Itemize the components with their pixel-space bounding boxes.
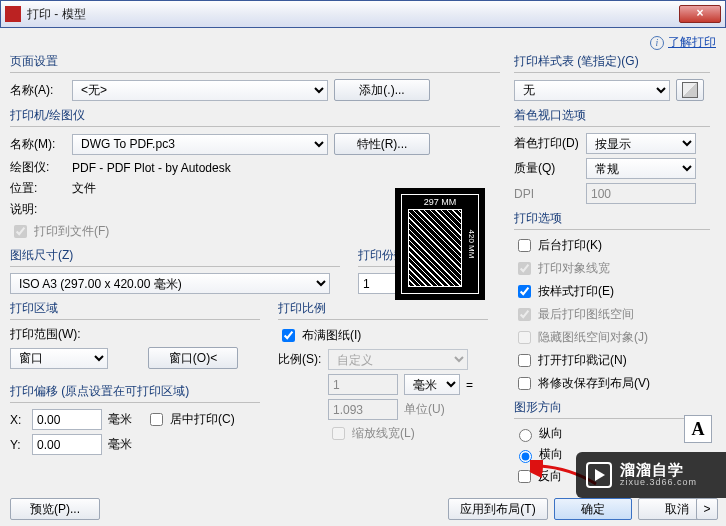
center-print-input[interactable]	[150, 413, 163, 426]
offset-y-unit: 毫米	[108, 436, 132, 453]
scale-equals: =	[466, 378, 473, 392]
window-title: 打印 - 模型	[27, 6, 679, 23]
desc-label: 说明:	[10, 201, 66, 218]
page-setup-name-label: 名称(A):	[10, 82, 66, 99]
paper-size-select[interactable]: ISO A3 (297.00 x 420.00 毫米)	[10, 273, 330, 294]
print-area-title: 打印区域	[10, 300, 260, 320]
ok-button[interactable]: 确定	[554, 498, 632, 520]
offset-x-label: X:	[10, 413, 26, 427]
quality-label: 质量(Q)	[514, 160, 580, 177]
expand-button[interactable]: >	[696, 498, 718, 520]
style-table-select[interactable]: 无	[514, 80, 670, 101]
scale-ratio-label: 比例(S):	[278, 351, 322, 368]
print-options-title: 打印选项	[514, 210, 710, 230]
scale-unit-select[interactable]: 毫米	[404, 374, 460, 395]
learn-print-link[interactable]: 了解打印	[668, 34, 716, 51]
center-print-checkbox[interactable]: 居中打印(C)	[146, 410, 235, 429]
save-layout-checkbox[interactable]: 将修改保存到布局(V)	[514, 374, 650, 393]
paper-size-title: 图纸尺寸(Z)	[10, 247, 340, 267]
page-setup-title: 页面设置	[10, 53, 500, 73]
printer-properties-button[interactable]: 特性(R)...	[334, 133, 430, 155]
scale-lineweight-checkbox: 缩放线宽(L)	[328, 424, 415, 443]
where-label: 位置:	[10, 180, 66, 197]
add-page-setup-button[interactable]: 添加(.)...	[334, 79, 430, 101]
object-lineweight-checkbox: 打印对象线宽	[514, 259, 610, 278]
reverse-checkbox[interactable]: 反向	[514, 467, 562, 486]
landscape-radio[interactable]: 横向	[514, 446, 563, 463]
scale-title: 打印比例	[278, 300, 488, 320]
offset-x-unit: 毫米	[108, 411, 132, 428]
print-to-file-checkbox: 打印到文件(F)	[10, 222, 109, 241]
plotter-label: 绘图仪:	[10, 159, 66, 176]
offset-y-input[interactable]	[32, 434, 102, 455]
close-button[interactable]: ×	[679, 5, 721, 23]
portrait-radio[interactable]: 纵向	[514, 425, 563, 442]
scale-ratio-select: 自定义	[328, 349, 468, 370]
print-to-file-input	[14, 225, 27, 238]
fit-to-paper-input[interactable]	[282, 329, 295, 342]
scale-unit-label: 单位(U)	[404, 401, 445, 418]
background-print-checkbox[interactable]: 后台打印(K)	[514, 236, 602, 255]
quality-select[interactable]: 常规	[586, 158, 696, 179]
printer-name-label: 名称(M):	[10, 136, 66, 153]
preview-hatch	[408, 209, 462, 287]
preview-button[interactable]: 预览(P)...	[10, 498, 100, 520]
page-setup-name-select[interactable]: <无>	[72, 80, 328, 101]
dpi-label: DPI	[514, 187, 580, 201]
scale-den-input	[328, 399, 398, 420]
pencil-icon	[682, 80, 698, 100]
paper-preview: 297 MM 420 MM	[395, 188, 485, 300]
printer-title: 打印机/绘图仪	[10, 107, 500, 127]
style-table-edit-button[interactable]	[676, 79, 704, 101]
plotter-value: PDF - PDF Plot - by Autodesk	[72, 161, 231, 175]
titlebar: 打印 - 模型 ×	[0, 0, 726, 28]
preview-height-label: 420 MM	[467, 230, 476, 259]
scale-lineweight-input	[332, 427, 345, 440]
scale-num-input	[328, 374, 398, 395]
where-value: 文件	[72, 180, 96, 197]
offset-x-input[interactable]	[32, 409, 102, 430]
print-range-label: 打印范围(W):	[10, 326, 260, 343]
window-pick-button[interactable]: 窗口(O)<	[148, 347, 238, 369]
space-last-checkbox: 最后打印图纸空间	[514, 305, 634, 324]
printer-name-select[interactable]: DWG To PDF.pc3	[72, 134, 328, 155]
apply-to-layout-button[interactable]: 应用到布局(T)	[448, 498, 548, 520]
style-table-title: 打印样式表 (笔指定)(G)	[514, 53, 710, 73]
shade-print-select[interactable]: 按显示	[586, 133, 696, 154]
shade-print-label: 着色打印(D)	[514, 135, 580, 152]
fit-to-paper-checkbox[interactable]: 布满图纸(I)	[278, 326, 361, 345]
orientation-icon: A	[684, 415, 712, 443]
hide-space-checkbox: 隐藏图纸空间对象(J)	[514, 328, 648, 347]
stamp-checkbox[interactable]: 打开打印戳记(N)	[514, 351, 627, 370]
app-icon	[5, 6, 21, 22]
info-icon[interactable]: i	[650, 36, 664, 50]
by-style-checkbox[interactable]: 按样式打印(E)	[514, 282, 614, 301]
dpi-input	[586, 183, 696, 204]
viewport-title: 着色视口选项	[514, 107, 710, 127]
orientation-title: 图形方向	[514, 399, 710, 419]
offset-y-label: Y:	[10, 438, 26, 452]
print-range-select[interactable]: 窗口	[10, 348, 108, 369]
preview-width-label: 297 MM	[424, 197, 457, 207]
